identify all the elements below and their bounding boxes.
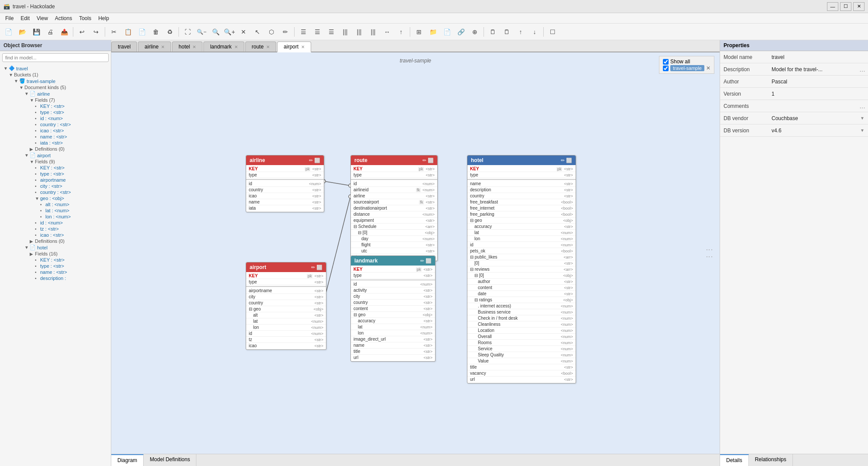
copy-button[interactable]: 📋 [121,26,134,38]
close-button[interactable]: ✕ [853,2,865,11]
undo-button[interactable]: ↩ [75,26,89,38]
tree-item-airport-tz[interactable]: • tz : <str> [0,226,111,232]
cancel-button[interactable]: ✕ [237,26,250,38]
travel-sample-checkbox[interactable] [663,66,669,71]
tree-item-hotel[interactable]: ▼ 📄 hotel [0,244,111,251]
menu-tools[interactable]: Tools [75,14,95,22]
tab-hotel-close[interactable]: ✕ [192,45,196,49]
copy2-button[interactable]: 📄 [135,26,148,38]
prop-db-version-value[interactable]: v4.6 ▼ [768,126,868,135]
tree-item-airline-icao[interactable]: • icao : <str> [0,128,111,134]
doc-button[interactable]: 📄 [440,26,453,38]
tree-item-airport[interactable]: ▼ 📄 airport [0,152,111,159]
shape-button[interactable]: ⬡ [265,26,278,38]
zoom-out-button[interactable]: 🔍− [195,26,208,38]
tree-item-airport-type[interactable]: • type : <str> [0,171,111,177]
cursor-button[interactable]: ↖ [251,26,264,38]
up-button[interactable]: ↑ [395,26,408,38]
tree-item-airport-airportname[interactable]: • airportname [0,177,111,183]
menu-edit[interactable]: Edit [17,14,33,22]
cut-button[interactable]: ✂ [107,26,120,38]
tree-item-hotel-type[interactable]: • type : <str> [0,263,111,269]
tab-route-close[interactable]: ✕ [266,45,270,49]
menu-view[interactable]: View [33,14,51,22]
folder-button[interactable]: 📁 [426,26,439,38]
travel-sample-close[interactable]: ✕ [706,65,710,71]
layout-button[interactable]: ☐ [546,26,559,38]
move-down-button[interactable]: ↓ [528,26,541,38]
tab-route[interactable]: route ✕ [245,41,276,52]
tree-item-airline-name[interactable]: • name : <str> [0,134,111,140]
tree-item-airport-icao[interactable]: • icao : <str> [0,232,111,238]
prop-description-dots[interactable]: … [859,66,868,73]
refresh-button[interactable]: ♻ [163,26,176,38]
menu-actions[interactable]: Actions [51,14,75,22]
new-button[interactable]: 📄 [2,26,15,38]
tree-item-airport-alt[interactable]: • alt : <num> [0,201,111,207]
tree-item-dockinds[interactable]: ▼ Document kinds (5) [0,84,111,90]
tree-item-airport-id[interactable]: • id : <num> [0,220,111,226]
tree-item-airport-country[interactable]: • country : <str> [0,189,111,195]
tree-item-hotel-key[interactable]: • KEY : <str> [0,257,111,263]
tab-airline[interactable]: airline ✕ [138,41,171,52]
right-tab-relationships[interactable]: Relationships [749,454,793,466]
tree-item-travel[interactable]: ▼ 🔷 travel [0,65,111,72]
save-button[interactable]: 💾 [30,26,43,38]
fullscreen-button[interactable]: ⛶ [181,26,194,38]
tree-item-airport-defs[interactable]: ▶ Definitions (0) [0,238,111,244]
maximize-button[interactable]: ☐ [840,2,851,11]
bottom-tab-diagram[interactable]: Diagram [111,454,144,466]
tree-item-hotel-fields[interactable]: ▶ Fields (16) [0,251,111,257]
grid3-button[interactable]: ||| [367,26,380,38]
add-button[interactable]: ⊕ [468,26,481,38]
minimize-button[interactable]: — [827,2,838,11]
zoom-fit-button[interactable]: 🔍 [209,26,222,38]
tree-item-airport-lon[interactable]: • lon : <num> [0,214,111,220]
align-center-button[interactable]: ☰ [311,26,324,38]
grid2-button[interactable]: ||| [353,26,366,38]
list2-button[interactable]: 🗒 [500,26,513,38]
tab-travel[interactable]: travel [111,41,137,52]
tree-item-airline-iata[interactable]: • iata : <str> [0,140,111,146]
prop-comments-dots[interactable]: … [859,103,868,110]
tab-landmark[interactable]: landmark ✕ [203,41,244,52]
edit-button[interactable]: ✏ [279,26,292,38]
prop-db-vendor-value[interactable]: Couchbase ▼ [768,114,868,123]
arrow-button[interactable]: ↔ [381,26,394,38]
tree-item-airline-defs[interactable]: ▶ Definitions (0) [0,146,111,152]
tree-item-airline-key[interactable]: • KEY : <str> [0,103,111,109]
diagram-resize-handle[interactable]: ⋮⋮ [705,246,714,260]
tree-item-airline[interactable]: ▼ 📄 airline [0,90,111,97]
zoom-in-button[interactable]: 🔍+ [223,26,236,38]
tree-item-travel-sample[interactable]: ▼ 🪣 travel-sample [0,78,111,84]
move-up-button[interactable]: ↑ [514,26,527,38]
align-right-button[interactable]: ☰ [325,26,338,38]
tree-item-airport-fields[interactable]: ▼ Fields (9) [0,159,111,165]
tree-item-airline-type[interactable]: • type : <str> [0,109,111,115]
menu-help[interactable]: Help [95,14,113,22]
redo-button[interactable]: ↪ [89,26,103,38]
link-button[interactable]: 🔗 [454,26,467,38]
delete-button[interactable]: 🗑 [149,26,162,38]
tree-item-airport-lat[interactable]: • lat : <num> [0,207,111,214]
tab-airline-close[interactable]: ✕ [161,45,165,49]
export-button[interactable]: 📤 [58,26,71,38]
tab-landmark-close[interactable]: ✕ [234,45,238,49]
grid-view-button[interactable]: ⊞ [412,26,425,38]
list1-button[interactable]: 🗒 [486,26,499,38]
tree-item-airport-key[interactable]: • KEY : <str> [0,165,111,171]
open-button[interactable]: 📂 [16,26,29,38]
tree-item-hotel-desc[interactable]: • description : [0,275,111,281]
show-all-checkbox[interactable] [663,59,669,65]
grid1-button[interactable]: ||| [339,26,352,38]
tree-item-airline-country[interactable]: • country : <str> [0,121,111,128]
search-input[interactable] [2,53,109,62]
tab-airport[interactable]: airport ✕ [277,41,311,52]
tree-item-airline-fields[interactable]: ▼ Fields (7) [0,97,111,103]
right-tab-details[interactable]: Details [720,454,749,466]
tree-item-airport-city[interactable]: • city : <str> [0,183,111,189]
print-button[interactable]: 🖨 [44,26,57,38]
tree-item-buckets[interactable]: ▼ Buckets (1) [0,72,111,78]
tree-item-hotel-name[interactable]: • name : <str> [0,269,111,275]
align-left-button[interactable]: ☰ [297,26,310,38]
